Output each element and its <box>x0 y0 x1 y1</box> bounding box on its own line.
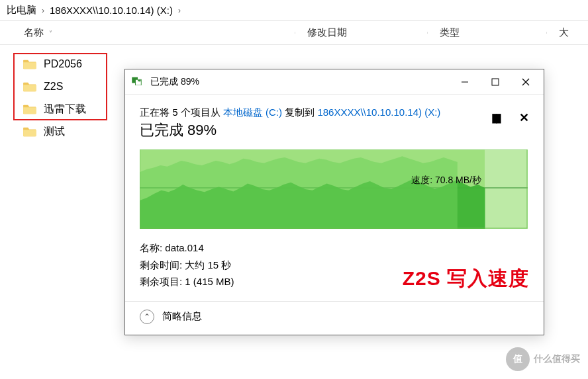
column-label: 类型 <box>440 26 460 38</box>
chevron-up-icon[interactable]: ⌃ <box>140 310 154 324</box>
column-label: 修改日期 <box>307 26 347 38</box>
speed-chart: 速度: 70.8 MB/秒 <box>140 149 529 229</box>
svg-rect-3 <box>492 79 499 85</box>
titlebar-title: 已完成 89% <box>150 76 450 88</box>
annotation-text: Z2S 写入速度 <box>403 265 529 292</box>
info-name: 名称: data.014 <box>140 239 529 257</box>
column-date[interactable]: 修改日期 <box>295 26 428 39</box>
column-type[interactable]: 类型 <box>428 26 547 39</box>
speed-label: 速度: 70.8 MB/秒 <box>411 175 481 187</box>
footer-label: 简略信息 <box>162 310 202 323</box>
chevron-right-icon: › <box>178 6 181 15</box>
column-label: 名称 <box>24 26 44 38</box>
maximize-button[interactable] <box>480 72 511 92</box>
dest-link[interactable]: 186XXXX\\10.10.10.14) (X:) <box>317 106 440 118</box>
watermark-badge: 值 什么值得买 <box>506 347 580 371</box>
copy-progress-icon <box>132 76 144 87</box>
copy-dialog: 已完成 89% 正在将 5 个项目从 本地磁盘 (C:) 复制到 186XXXX… <box>124 69 544 335</box>
copy-description: 正在将 5 个项目从 本地磁盘 (C:) 复制到 186XXXX\\10.10.… <box>140 106 529 119</box>
source-link[interactable]: 本地磁盘 (C:) <box>223 106 282 118</box>
dialog-body: 正在将 5 个项目从 本地磁盘 (C:) 复制到 186XXXX\\10.10.… <box>125 95 544 301</box>
column-label: 大 <box>559 26 569 38</box>
close-button[interactable] <box>511 72 541 92</box>
column-name[interactable]: 名称 ˅ <box>0 26 295 39</box>
folder-icon <box>23 126 37 138</box>
pause-button[interactable]: ▮▮ <box>491 110 499 125</box>
progress-text: 已完成 89% <box>140 120 529 140</box>
breadcrumb[interactable]: 比电脑 › 186XXXX\\10.10.10.14) (X:) › <box>0 0 588 21</box>
breadcrumb-item[interactable]: 比电脑 <box>7 4 36 17</box>
copy-prefix: 正在将 5 个项目从 <box>140 106 223 118</box>
badge-circle: 值 <box>506 347 530 371</box>
dialog-footer[interactable]: ⌃ 简略信息 <box>125 301 544 335</box>
sort-indicator-icon: ˅ <box>49 30 52 37</box>
badge-text: 什么值得买 <box>534 353 580 365</box>
cancel-button[interactable]: ✕ <box>519 110 529 125</box>
breadcrumb-item[interactable]: 186XXXX\\10.10.10.14) (X:) <box>50 5 173 16</box>
selection-box <box>13 53 107 120</box>
titlebar[interactable]: 已完成 89% <box>125 69 544 95</box>
column-headers: 名称 ˅ 修改日期 类型 大 <box>0 21 588 45</box>
minimize-button[interactable] <box>450 72 480 92</box>
chevron-right-icon: › <box>42 6 44 15</box>
column-size[interactable]: 大 <box>547 26 587 39</box>
file-name: 测试 <box>44 125 65 139</box>
copy-mid: 复制到 <box>282 106 317 118</box>
